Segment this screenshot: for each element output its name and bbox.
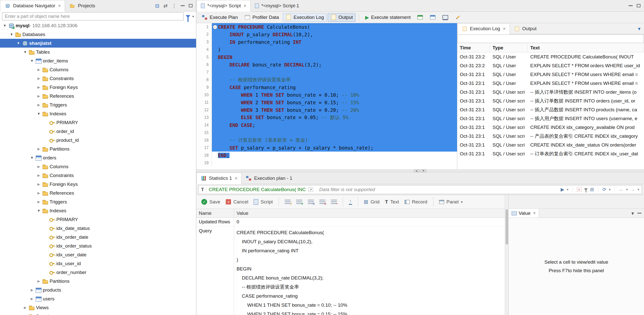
tree-expander-icon[interactable] [35, 200, 42, 204]
sash-collapse-up-icon[interactable]: ▲ [414, 169, 420, 172]
log-row[interactable]: Oct-31 23:2 SQL / User CREATE PROCEDURE … [457, 52, 644, 61]
tree-item[interactable]: Partitions [0, 145, 196, 153]
collapse-all-icon[interactable]: ⊟ [155, 3, 159, 9]
code-line-body[interactable]: − [212, 129, 457, 136]
code-line-body[interactable]: − ELSE SET bonus_rate = 0.05; -- 默认 5% [212, 114, 457, 121]
tree-expander-icon[interactable] [35, 191, 42, 195]
object-search-input[interactable] [2, 12, 184, 20]
tree-expander-icon[interactable] [29, 297, 35, 301]
tree-expander-icon[interactable] [35, 165, 42, 168]
filter-field[interactable]: T CREATE PROCEDURE CalculateBonus( INC ↗… [198, 185, 642, 194]
navigator-tree[interactable]: mysql - 192.168.40.128:3306 Databases sh… [0, 21, 196, 315]
code-line-body[interactable]: − CASE performance_rating [212, 84, 457, 91]
tree-item[interactable]: Triggers [0, 197, 196, 206]
tree-item[interactable]: References [0, 92, 196, 100]
tree-item[interactable]: orders [0, 153, 196, 162]
tree-expander-icon[interactable] [22, 306, 28, 309]
sql-editor[interactable]: 1 − CREATE PROCEDURE CalculateBonus( 2 −… [196, 23, 457, 169]
save-button[interactable]: ✓ Save [199, 198, 222, 206]
code-line-body[interactable]: − BEGIN [212, 53, 457, 61]
column-header-name[interactable]: Name [196, 209, 234, 218]
save-filter-icon[interactable]: ⊞ [590, 187, 594, 192]
tree-item[interactable]: mysql - 192.168.40.128:3306 [0, 21, 196, 30]
query-value-lines[interactable]: CREATE PROCEDURE CalculateBonus( INOUT p… [234, 227, 505, 315]
tree-item[interactable]: order_items [0, 56, 196, 65]
maximize-icon[interactable] [637, 4, 640, 7]
cell-name[interactable]: Query [196, 227, 234, 315]
code-line-body[interactable]: − IN performance_rating INT [212, 38, 457, 46]
output-button[interactable]: Output [328, 13, 356, 22]
fetch-grid-button[interactable] [427, 13, 439, 22]
tree-item[interactable]: idx_user_id [0, 259, 196, 268]
back-dropdown-icon[interactable]: ▾ [626, 188, 628, 191]
log-row[interactable]: Oct-31 23:1 SQL / User scri -- 插入产品数据 IN… [457, 105, 644, 114]
column-header-time[interactable]: Time [457, 43, 490, 52]
grid-view-button[interactable]: ⊞ Grid [362, 198, 382, 206]
funnel-icon[interactable] [186, 15, 190, 18]
code-line[interactable]: 13 − ELSE SET bonus_rate = 0.05; -- 默认 5… [196, 114, 457, 121]
log-table-header[interactable]: Time Type Text [457, 43, 644, 52]
code-line[interactable]: 7 − [196, 68, 457, 76]
tree-item[interactable]: Views [0, 303, 196, 312]
tab-sql-script[interactable]: *<mysql> Script × [196, 0, 251, 12]
tab-statistics[interactable]: Statistics 1 × [196, 172, 242, 184]
tree-item[interactable]: users [0, 294, 196, 303]
tree-item[interactable]: Columns [0, 162, 196, 171]
log-row[interactable]: Oct-31 23:1 SQL / User scri CREATE INDEX… [457, 123, 644, 132]
tree-expander-icon[interactable] [35, 112, 42, 116]
chevron-down-icon[interactable]: ▾ [638, 26, 640, 32]
code-line-body[interactable]: − END CASE; [212, 121, 457, 129]
code-line[interactable]: 2 − INOUT p_salary DECIMAL(10,2), [196, 31, 457, 38]
tree-item[interactable]: Partitions [0, 277, 196, 286]
tree-expander-icon[interactable] [29, 288, 35, 292]
tree-item[interactable]: Constraints [0, 171, 196, 180]
view-menu-icon[interactable]: ⋮ [172, 3, 177, 9]
execution-log-button[interactable]: Execution Log [283, 13, 327, 22]
tab-output[interactable]: Output [510, 23, 541, 34]
code-line[interactable]: 14 − END CASE; [196, 121, 457, 129]
tree-item[interactable]: idx_order_status [0, 241, 196, 250]
tree-item[interactable]: shanjiatst [0, 39, 196, 48]
tree-expander-icon[interactable] [35, 182, 42, 186]
tree-item[interactable]: Indexes [0, 109, 196, 118]
cancel-button[interactable]: × Cancel [224, 198, 250, 206]
apply-filter-icon[interactable]: ▶ [561, 187, 564, 192]
tab-projects[interactable]: Projects [65, 0, 99, 11]
log-row[interactable]: Oct-31 23:1 SQL / User scri -- 产品表的复合索引 … [457, 132, 644, 141]
code-line[interactable]: 8 − -- 根据绩效评级设置奖金率 [196, 76, 457, 84]
log-row[interactable]: Oct-31 23:1 SQL / User scri -- 插入订单数据 IN… [457, 96, 644, 105]
tab-database-navigator[interactable]: Database Navigator × [0, 0, 65, 12]
log-row[interactable]: Oct-31 23:1 SQL / User scri -- 插入用户数据 IN… [457, 114, 644, 123]
export-grid-button[interactable] [414, 13, 426, 22]
expand-filter-icon[interactable]: ↗ [308, 187, 313, 192]
code-line[interactable]: 16 − -- 计算总薪资 (基本薪资 + 奖金) [196, 136, 457, 144]
grid-header[interactable]: Name Value [196, 209, 505, 218]
tab-execution-plan[interactable]: Execution plan - 1 [242, 172, 296, 184]
log-filter-input[interactable] [458, 34, 644, 43]
tab-sql-script-1[interactable]: *<mysql> Script-1 [251, 0, 303, 11]
tree-item[interactable]: Triggers [0, 100, 196, 109]
clear-filter-icon[interactable]: × [577, 187, 582, 192]
panel-button[interactable]: Panel ▾ [437, 198, 465, 206]
cell-value[interactable]: 0 [234, 218, 505, 227]
code-line[interactable]: 18 − END; [196, 152, 457, 159]
tree-item[interactable]: idx_date_status [0, 224, 196, 233]
log-row[interactable]: Oct-31 23:1 SQL / User EXPLAIN SELECT * … [457, 79, 644, 88]
column-header-text[interactable]: Text [528, 43, 644, 52]
log-row[interactable]: Oct-31 23:1 SQL / User scri CREATE INDEX… [457, 141, 644, 149]
log-row[interactable]: Oct-31 23:2 SQL / User EXPLAIN SELECT * … [457, 61, 644, 70]
close-icon[interactable]: × [243, 3, 246, 9]
tab-value[interactable]: Value × [509, 209, 539, 218]
tree-item[interactable]: order_number [0, 268, 196, 277]
tree-expander-icon[interactable] [35, 68, 42, 72]
log-row[interactable]: Oct-31 23:1 SQL / User EXPLAIN SELECT * … [457, 70, 644, 79]
forward-icon[interactable]: → [630, 187, 635, 192]
tree-item[interactable]: Tables [0, 48, 196, 56]
tree-expander-icon[interactable] [35, 85, 42, 89]
cell-name[interactable]: Updated Rows [196, 218, 234, 227]
column-header-type[interactable]: Type [490, 43, 528, 52]
import-data-button[interactable]: ↑ [347, 198, 354, 206]
duplicate-row-button[interactable]: ≡ [306, 199, 316, 205]
code-line[interactable]: 15 − [196, 129, 457, 136]
console-button[interactable] [440, 13, 451, 22]
